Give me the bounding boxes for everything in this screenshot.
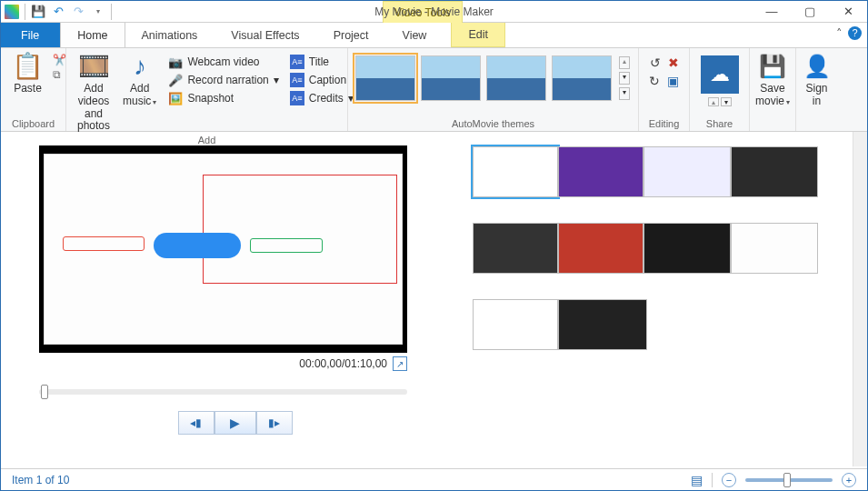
ribbon: 📋 Paste ✂️ ⧉ Clipboard 🎞️ Add videosand … [1, 48, 867, 132]
group-add: 🎞️ Add videosand photos ♪ Addmusic▾ 📷Web… [66, 48, 348, 131]
music-icon: ♪ [134, 52, 146, 81]
group-label-automovie: AutoMovie themes [355, 118, 631, 131]
paste-button[interactable]: 📋 Paste [8, 50, 47, 97]
close-button[interactable]: ✕ [829, 1, 867, 23]
group-share: ☁ ▴ ▾ Share [690, 48, 750, 131]
save-icon[interactable]: 💾 [31, 5, 45, 19]
caption-button[interactable]: A≡Caption [287, 72, 356, 88]
clip-4[interactable] [731, 146, 818, 197]
credits-icon: A≡ [290, 91, 304, 105]
playback-time: 00:00,00/01:10,00 [299, 357, 387, 370]
help-icon[interactable]: ? [848, 26, 862, 40]
group-label-clipboard: Clipboard [8, 118, 58, 131]
clip-6[interactable] [558, 223, 644, 274]
collapse-ribbon-icon[interactable]: ˄ [836, 26, 843, 40]
tab-view[interactable]: View [386, 23, 444, 47]
next-frame-button[interactable]: ▮▸ [256, 411, 293, 435]
storyboard-row-2 [473, 223, 851, 274]
vertical-scrollbar[interactable] [853, 132, 867, 466]
group-clipboard: 📋 Paste ✂️ ⧉ Clipboard [1, 48, 66, 131]
rotate-right-icon[interactable]: ↻ [649, 74, 660, 88]
microphone-icon: 🎤 [168, 73, 183, 87]
snapshot-icon: 🖼️ [168, 91, 183, 105]
add-videos-photos-button[interactable]: 🎞️ Add videosand photos [74, 50, 114, 135]
clipboard-icon: 📋 [12, 52, 44, 81]
status-item-count: Item 1 of 10 [12, 474, 69, 486]
workspace: 00:00,00/01:10,00 ↗ ◂▮ ▶ ▮▸ [1, 132, 867, 468]
cut-icon[interactable]: ✂️ [53, 54, 66, 66]
theme-thumb-3[interactable] [486, 55, 546, 101]
clip-7[interactable] [644, 223, 731, 274]
storyboard-row-1 [473, 146, 851, 197]
fullscreen-icon[interactable]: ↗ [393, 356, 407, 371]
copy-icon[interactable]: ⧉ [53, 68, 66, 81]
save-movie-icon: 💾 [759, 52, 786, 81]
themes-expand-icon[interactable]: ▾ [619, 87, 630, 100]
onedrive-icon[interactable]: ☁ [701, 55, 739, 94]
title-button[interactable]: A≡Title [287, 54, 356, 70]
record-narration-button[interactable]: 🎤Record narration ▾ [165, 72, 281, 88]
theme-thumb-4[interactable] [552, 55, 612, 101]
video-preview[interactable] [39, 145, 407, 353]
theme-thumb-2[interactable] [421, 55, 481, 101]
snapshot-button[interactable]: 🖼️Snapshot [165, 90, 281, 106]
caption-icon: A≡ [290, 73, 304, 87]
status-bar: Item 1 of 10 ▤ − + [1, 468, 867, 490]
sign-in-button[interactable]: 👤 Signin [803, 50, 830, 110]
title-bar: 💾 ↶ ↷ ▾ Video Tools My Movie - Movie Mak… [1, 1, 867, 23]
clip-3[interactable] [644, 146, 731, 197]
minimize-button[interactable]: — [753, 1, 791, 23]
tab-animations[interactable]: Animations [125, 23, 215, 47]
preview-pane: 00:00,00/01:10,00 ↗ ◂▮ ▶ ▮▸ [1, 132, 451, 468]
ribbon-tab-strip: File Home Animations Visual Effects Proj… [1, 23, 867, 48]
clip-5[interactable] [473, 223, 558, 274]
themes-scroll-down-icon[interactable]: ▾ [619, 72, 630, 85]
zoom-slider[interactable] [745, 478, 833, 482]
thumbnail-view-icon[interactable]: ▤ [691, 473, 703, 487]
window-title: My Movie - Movie Maker [374, 5, 494, 18]
themes-scroll-up-icon[interactable]: ▴ [619, 56, 630, 69]
title-icon: A≡ [290, 55, 304, 69]
save-movie-button[interactable]: 💾 Savemovie▾ [757, 50, 788, 110]
zoom-thumb[interactable] [783, 473, 791, 487]
add-media-icon: 🎞️ [78, 52, 110, 81]
tab-file[interactable]: File [1, 23, 60, 47]
webcam-icon: 📷 [168, 55, 183, 69]
seek-thumb[interactable] [41, 385, 48, 399]
group-editing: ↺✖ ↻▣ Editing [639, 48, 690, 131]
add-music-button[interactable]: ♪ Addmusic▾ [119, 50, 160, 110]
tab-project[interactable]: Project [317, 23, 386, 47]
tab-home[interactable]: Home [60, 23, 125, 47]
storyboard-row-3 [473, 299, 851, 350]
clip-1[interactable] [473, 146, 558, 197]
group-label-share: Share [706, 118, 733, 131]
zoom-in-button[interactable]: + [842, 473, 856, 487]
remove-icon[interactable]: ✖ [668, 55, 679, 70]
group-signin: 👤 Signin [795, 48, 837, 131]
prev-frame-button[interactable]: ◂▮ [178, 411, 215, 435]
tab-visual-effects[interactable]: Visual Effects [215, 23, 316, 47]
credits-button[interactable]: A≡Credits ▾ [287, 90, 356, 106]
qat-dropdown-icon[interactable]: ▾ [91, 5, 105, 19]
group-automovie: ▴ ▾ ▾ AutoMovie themes [348, 48, 639, 131]
select-all-icon[interactable]: ▣ [667, 74, 679, 88]
clip-9[interactable] [473, 299, 558, 350]
undo-icon[interactable]: ↶ [51, 5, 65, 19]
tab-edit[interactable]: Edit [451, 23, 505, 47]
theme-thumb-1[interactable] [355, 55, 415, 101]
clip-2[interactable] [558, 146, 644, 197]
play-button[interactable]: ▶ [215, 411, 256, 435]
share-expand-icon[interactable]: ▾ [721, 97, 732, 106]
zoom-out-button[interactable]: − [722, 473, 736, 487]
seek-bar[interactable] [39, 389, 407, 395]
rotate-left-icon[interactable]: ↺ [650, 55, 661, 70]
group-save-movie: 💾 Savemovie▾ [750, 48, 795, 131]
app-logo-icon [5, 5, 19, 19]
share-scroll-up-icon[interactable]: ▴ [708, 97, 719, 106]
webcam-video-button[interactable]: 📷Webcam video [165, 54, 281, 70]
clip-8[interactable] [731, 223, 818, 274]
redo-icon[interactable]: ↷ [71, 5, 85, 19]
maximize-button[interactable]: ▢ [791, 1, 829, 23]
timeline-pane [451, 132, 867, 468]
clip-10[interactable] [558, 299, 647, 350]
